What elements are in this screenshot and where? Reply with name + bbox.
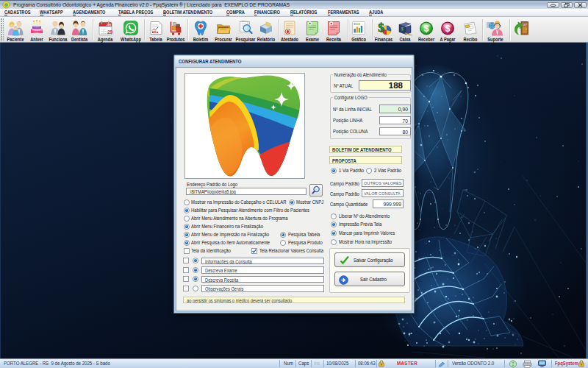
svg-text:$: $	[379, 21, 385, 35]
svg-text:$: $	[424, 24, 429, 34]
svg-text:JAN: JAN	[106, 24, 111, 26]
svg-text:29: 29	[107, 29, 112, 35]
svg-text:$: $	[445, 24, 450, 34]
